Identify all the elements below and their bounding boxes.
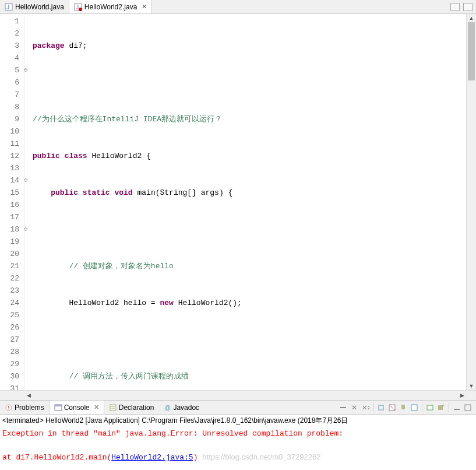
line-number: 7 — [0, 89, 19, 101]
tab-label: Declaration — [119, 404, 154, 412]
line-number: 10 — [0, 125, 19, 138]
svg-point-4 — [79, 8, 82, 11]
svg-rect-9 — [110, 405, 116, 411]
close-icon[interactable]: ✕ — [142, 3, 147, 10]
line-number: 15 — [0, 187, 19, 199]
horizontal-scrollbar[interactable]: ◀ ▶ — [0, 390, 476, 400]
line-number: 6 — [0, 76, 19, 89]
tab-label: Console — [64, 404, 90, 412]
line-number: 17 — [0, 211, 19, 223]
line-gutter: 1 2 3 4 5 6 7 8 9 10 11 12 13 14 15 16 1… — [0, 14, 24, 390]
tab-label: HelloWorld2.java — [84, 3, 137, 11]
line-number: 11 — [0, 138, 19, 150]
tab-declaration[interactable]: Declaration — [104, 401, 159, 414]
console-toolbar: ✕ ✕✕ + — [339, 403, 476, 412]
console-output[interactable]: Exception in thread "main" java.lang.Err… — [0, 427, 476, 470]
editor-content[interactable]: 1 2 3 4 5 6 7 8 9 10 11 12 13 14 15 16 1… — [0, 14, 466, 390]
tab-javadoc[interactable]: @ Javadoc — [158, 401, 204, 414]
console-error-line: Exception in thread "main" java.lang.Err… — [2, 428, 474, 440]
svg-text:J: J — [76, 4, 79, 10]
svg-rect-20 — [411, 405, 417, 411]
maximize-button[interactable] — [463, 3, 473, 11]
svg-text:✕✕: ✕✕ — [362, 404, 369, 411]
line-number: 5 — [0, 64, 19, 76]
line-number: 4 — [0, 52, 19, 64]
line-number: 16 — [0, 199, 19, 211]
console-header: <terminated> HelloWorld2 [Java Applicati… — [0, 415, 476, 427]
line-number: 22 — [0, 272, 19, 285]
open-console-icon[interactable] — [425, 403, 435, 412]
remove-launch-icon[interactable] — [339, 403, 348, 412]
tab-helloworld2[interactable]: J HelloWorld2.java ✕ — [69, 0, 153, 13]
scroll-thumb[interactable] — [468, 22, 475, 80]
line-number: 20 — [0, 248, 19, 260]
scroll-lock-icon[interactable] — [376, 403, 386, 412]
svg-rect-24 — [454, 409, 460, 410]
svg-text:J: J — [6, 4, 9, 10]
pin-console-icon[interactable] — [399, 403, 408, 412]
line-number: 9 — [0, 113, 19, 125]
remove-all-icon[interactable]: ✕ — [350, 403, 359, 412]
svg-text:+: + — [442, 404, 445, 408]
watermark: https://blog.csdn.net/m0_37292262 — [202, 453, 320, 461]
line-number: 29 — [0, 358, 19, 370]
scroll-right-arrow[interactable]: ▶ — [458, 392, 466, 398]
vertical-scrollbar[interactable]: ▲ ▼ — [466, 14, 476, 390]
svg-rect-21 — [427, 405, 433, 410]
line-number: 26 — [0, 321, 19, 334]
console-stack-line: at di7.HelloWorld2.main(HelloWorld2.java… — [2, 451, 474, 464]
tab-problems[interactable]: ! Problems — [0, 401, 49, 414]
tab-label: HelloWorld.java — [15, 3, 64, 11]
line-number: 14 — [0, 174, 19, 187]
remove-all-terminated-icon[interactable]: ✕✕ — [361, 403, 370, 412]
line-number: 27 — [0, 334, 19, 346]
maximize-panel-icon[interactable] — [463, 403, 473, 412]
tab-label: Problems — [15, 404, 44, 412]
svg-rect-19 — [401, 405, 405, 409]
line-number: 30 — [0, 370, 19, 383]
minimize-panel-icon[interactable] — [452, 403, 461, 412]
window-controls — [450, 3, 476, 11]
line-number: 3 — [0, 40, 19, 52]
stack-trace-link[interactable]: HelloWorld2.java:5 — [111, 453, 193, 462]
declaration-icon — [109, 404, 117, 412]
svg-text:@: @ — [164, 404, 171, 411]
svg-rect-13 — [340, 407, 346, 408]
line-number: 1 — [0, 15, 19, 27]
line-number: 24 — [0, 297, 19, 309]
clear-console-icon[interactable] — [387, 403, 397, 412]
line-number: 23 — [0, 285, 19, 297]
tab-helloworld[interactable]: J HelloWorld.java — [0, 0, 69, 13]
new-console-icon[interactable]: + — [436, 403, 446, 412]
editor-area: 1 2 3 4 5 6 7 8 9 10 11 12 13 14 15 16 1… — [0, 14, 476, 390]
minimize-button[interactable] — [450, 3, 460, 11]
line-number: 2 — [0, 27, 19, 40]
display-selected-icon[interactable] — [410, 403, 419, 412]
svg-rect-8 — [55, 405, 62, 406]
code-editor[interactable]: package di7; //为什么这个程序在IntelliJ IDEA那边就可… — [24, 14, 466, 390]
javadoc-icon: @ — [163, 404, 171, 412]
tab-console[interactable]: Console ✕ — [49, 401, 104, 414]
close-icon[interactable]: ✕ — [94, 404, 99, 411]
line-number: 12 — [0, 150, 19, 162]
svg-text:✕: ✕ — [351, 404, 357, 412]
tab-label: Javadoc — [173, 404, 199, 412]
svg-rect-16 — [379, 405, 383, 410]
scroll-up-arrow[interactable]: ▲ — [467, 14, 476, 22]
line-number: 28 — [0, 346, 19, 358]
console-icon — [54, 404, 62, 412]
console-blank-line — [2, 440, 474, 451]
line-number: 13 — [0, 162, 19, 174]
line-number: 31 — [0, 383, 19, 390]
svg-rect-25 — [465, 405, 471, 411]
svg-text:!: ! — [8, 405, 9, 411]
line-number: 21 — [0, 260, 19, 272]
line-number: 25 — [0, 309, 19, 321]
line-number: 18 — [0, 223, 19, 236]
problems-icon: ! — [5, 404, 13, 412]
scroll-left-arrow[interactable]: ◀ — [24, 392, 33, 398]
java-file-error-icon: J — [74, 3, 82, 11]
bottom-panel: ! Problems Console ✕ Declaration @ Javad… — [0, 400, 476, 470]
scroll-down-arrow[interactable]: ▼ — [467, 382, 476, 390]
line-number: 8 — [0, 101, 19, 113]
